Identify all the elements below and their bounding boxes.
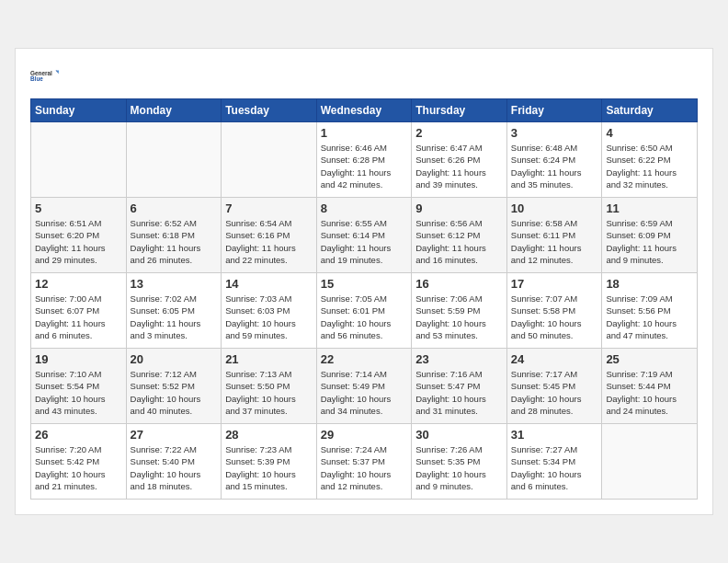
day-number: 28: [225, 428, 313, 442]
calendar-day-cell: 9Sunrise: 6:56 AM Sunset: 6:12 PM Daylig…: [412, 198, 507, 273]
weekday-header-wednesday: Wednesday: [316, 99, 412, 122]
calendar-day-cell: 2Sunrise: 6:47 AM Sunset: 6:26 PM Daylig…: [412, 122, 507, 198]
calendar-day-cell: 10Sunrise: 6:58 AM Sunset: 6:11 PM Dayli…: [506, 198, 602, 273]
day-info: Sunrise: 6:50 AM Sunset: 6:22 PM Dayligh…: [606, 142, 693, 190]
calendar-week-row: 5Sunrise: 6:51 AM Sunset: 6:20 PM Daylig…: [31, 198, 698, 273]
day-info: Sunrise: 7:05 AM Sunset: 6:01 PM Dayligh…: [321, 293, 408, 341]
day-info: Sunrise: 6:52 AM Sunset: 6:18 PM Dayligh…: [131, 217, 218, 266]
day-info: Sunrise: 6:56 AM Sunset: 6:12 PM Dayligh…: [415, 217, 503, 266]
logo: General Blue: [30, 63, 60, 89]
day-info: Sunrise: 7:00 AM Sunset: 6:07 PM Dayligh…: [35, 293, 122, 341]
day-info: Sunrise: 7:19 AM Sunset: 5:44 PM Dayligh…: [606, 368, 693, 417]
calendar-day-cell: 24Sunrise: 7:17 AM Sunset: 5:45 PM Dayli…: [506, 349, 602, 424]
day-info: Sunrise: 7:17 AM Sunset: 5:45 PM Dayligh…: [511, 368, 598, 417]
calendar-day-cell: 27Sunrise: 7:22 AM Sunset: 5:40 PM Dayli…: [126, 424, 222, 500]
header-section: General Blue: [30, 63, 698, 89]
calendar-day-cell: 5Sunrise: 6:51 AM Sunset: 6:20 PM Daylig…: [31, 198, 127, 273]
calendar-day-cell: 3Sunrise: 6:48 AM Sunset: 6:24 PM Daylig…: [506, 122, 602, 198]
day-number: 17: [511, 277, 598, 291]
calendar-day-cell: 15Sunrise: 7:05 AM Sunset: 6:01 PM Dayli…: [316, 273, 412, 349]
calendar-day-cell: 11Sunrise: 6:59 AM Sunset: 6:09 PM Dayli…: [602, 198, 698, 273]
calendar-day-cell: [602, 424, 698, 500]
day-info: Sunrise: 6:54 AM Sunset: 6:16 PM Dayligh…: [225, 217, 313, 266]
day-info: Sunrise: 7:24 AM Sunset: 5:37 PM Dayligh…: [321, 443, 408, 492]
calendar-container: General Blue SundayMondayTuesdayWednesda…: [15, 48, 713, 515]
calendar-day-cell: [126, 122, 222, 198]
day-number: 12: [35, 277, 122, 291]
calendar-day-cell: 29Sunrise: 7:24 AM Sunset: 5:37 PM Dayli…: [316, 424, 412, 500]
day-info: Sunrise: 7:09 AM Sunset: 5:56 PM Dayligh…: [606, 293, 693, 341]
calendar-day-cell: 16Sunrise: 7:06 AM Sunset: 5:59 PM Dayli…: [412, 273, 507, 349]
day-number: 27: [131, 428, 218, 442]
day-number: 2: [415, 126, 503, 140]
day-info: Sunrise: 6:48 AM Sunset: 6:24 PM Dayligh…: [511, 142, 598, 190]
calendar-day-cell: 23Sunrise: 7:16 AM Sunset: 5:47 PM Dayli…: [412, 349, 507, 424]
calendar-day-cell: [222, 122, 317, 198]
day-number: 22: [321, 352, 408, 366]
day-number: 10: [511, 201, 598, 215]
day-number: 20: [131, 352, 218, 366]
day-number: 14: [225, 277, 313, 291]
calendar-day-cell: 31Sunrise: 7:27 AM Sunset: 5:34 PM Dayli…: [506, 424, 602, 500]
calendar-week-row: 12Sunrise: 7:00 AM Sunset: 6:07 PM Dayli…: [31, 273, 698, 349]
day-info: Sunrise: 7:10 AM Sunset: 5:54 PM Dayligh…: [35, 368, 122, 417]
day-info: Sunrise: 6:46 AM Sunset: 6:28 PM Dayligh…: [321, 142, 408, 190]
calendar-day-cell: 17Sunrise: 7:07 AM Sunset: 5:58 PM Dayli…: [506, 273, 602, 349]
calendar-day-cell: 1Sunrise: 6:46 AM Sunset: 6:28 PM Daylig…: [316, 122, 412, 198]
day-info: Sunrise: 7:16 AM Sunset: 5:47 PM Dayligh…: [415, 368, 503, 417]
calendar-day-cell: 8Sunrise: 6:55 AM Sunset: 6:14 PM Daylig…: [316, 198, 412, 273]
weekday-header-friday: Friday: [506, 99, 602, 122]
day-number: 7: [225, 201, 313, 215]
day-info: Sunrise: 7:14 AM Sunset: 5:49 PM Dayligh…: [321, 368, 408, 417]
day-number: 30: [415, 428, 503, 442]
calendar-day-cell: 30Sunrise: 7:26 AM Sunset: 5:35 PM Dayli…: [412, 424, 507, 500]
day-info: Sunrise: 7:07 AM Sunset: 5:58 PM Dayligh…: [511, 293, 598, 341]
calendar-day-cell: 7Sunrise: 6:54 AM Sunset: 6:16 PM Daylig…: [222, 198, 317, 273]
day-number: 11: [606, 201, 693, 215]
day-info: Sunrise: 7:20 AM Sunset: 5:42 PM Dayligh…: [35, 443, 122, 492]
day-number: 31: [511, 428, 598, 442]
calendar-day-cell: 26Sunrise: 7:20 AM Sunset: 5:42 PM Dayli…: [31, 424, 127, 500]
calendar-day-cell: 25Sunrise: 7:19 AM Sunset: 5:44 PM Dayli…: [602, 349, 698, 424]
calendar-day-cell: 19Sunrise: 7:10 AM Sunset: 5:54 PM Dayli…: [31, 349, 127, 424]
weekday-header-row: SundayMondayTuesdayWednesdayThursdayFrid…: [31, 99, 698, 122]
weekday-header-sunday: Sunday: [31, 99, 127, 122]
day-info: Sunrise: 7:06 AM Sunset: 5:59 PM Dayligh…: [415, 293, 503, 341]
day-info: Sunrise: 7:03 AM Sunset: 6:03 PM Dayligh…: [225, 293, 313, 341]
calendar-day-cell: 20Sunrise: 7:12 AM Sunset: 5:52 PM Dayli…: [126, 349, 222, 424]
day-info: Sunrise: 6:55 AM Sunset: 6:14 PM Dayligh…: [321, 217, 408, 266]
day-info: Sunrise: 7:27 AM Sunset: 5:34 PM Dayligh…: [511, 443, 598, 492]
calendar-day-cell: 6Sunrise: 6:52 AM Sunset: 6:18 PM Daylig…: [126, 198, 222, 273]
day-info: Sunrise: 7:13 AM Sunset: 5:50 PM Dayligh…: [225, 368, 313, 417]
calendar-day-cell: 12Sunrise: 7:00 AM Sunset: 6:07 PM Dayli…: [31, 273, 127, 349]
day-number: 26: [35, 428, 122, 442]
calendar-week-row: 19Sunrise: 7:10 AM Sunset: 5:54 PM Dayli…: [31, 349, 698, 424]
weekday-header-tuesday: Tuesday: [222, 99, 317, 122]
day-number: 18: [606, 277, 693, 291]
day-info: Sunrise: 6:47 AM Sunset: 6:26 PM Dayligh…: [415, 142, 503, 190]
calendar-table: SundayMondayTuesdayWednesdayThursdayFrid…: [30, 98, 698, 500]
calendar-week-row: 26Sunrise: 7:20 AM Sunset: 5:42 PM Dayli…: [31, 424, 698, 500]
day-number: 16: [415, 277, 503, 291]
day-number: 6: [131, 201, 218, 215]
calendar-day-cell: 4Sunrise: 6:50 AM Sunset: 6:22 PM Daylig…: [602, 122, 698, 198]
day-number: 19: [35, 352, 122, 366]
weekday-header-thursday: Thursday: [412, 99, 507, 122]
day-number: 1: [321, 126, 408, 140]
day-info: Sunrise: 7:12 AM Sunset: 5:52 PM Dayligh…: [131, 368, 218, 417]
day-info: Sunrise: 6:51 AM Sunset: 6:20 PM Dayligh…: [35, 217, 122, 266]
day-info: Sunrise: 7:23 AM Sunset: 5:39 PM Dayligh…: [225, 443, 313, 492]
day-number: 13: [131, 277, 218, 291]
day-number: 21: [225, 352, 313, 366]
day-number: 15: [321, 277, 408, 291]
day-info: Sunrise: 7:26 AM Sunset: 5:35 PM Dayligh…: [415, 443, 503, 492]
day-number: 8: [321, 201, 408, 215]
day-number: 3: [511, 126, 598, 140]
svg-text:General: General: [30, 70, 52, 76]
day-number: 4: [606, 126, 693, 140]
calendar-day-cell: 28Sunrise: 7:23 AM Sunset: 5:39 PM Dayli…: [222, 424, 317, 500]
day-info: Sunrise: 7:22 AM Sunset: 5:40 PM Dayligh…: [131, 443, 218, 492]
calendar-day-cell: 13Sunrise: 7:02 AM Sunset: 6:05 PM Dayli…: [126, 273, 222, 349]
weekday-header-monday: Monday: [126, 99, 222, 122]
calendar-day-cell: 18Sunrise: 7:09 AM Sunset: 5:56 PM Dayli…: [602, 273, 698, 349]
